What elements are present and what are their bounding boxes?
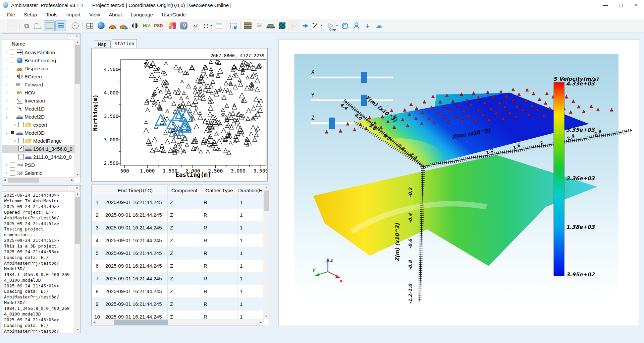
menu-item-tools[interactable]: Tools [41, 11, 62, 18]
toolbar-hv-button[interactable] [141, 20, 152, 31]
tree-item-psd[interactable]: >PSD [2, 161, 75, 169]
table-row[interactable]: 32025-09-01 16:21:44.245ZR1 [92, 221, 269, 234]
toolbar-cloud-button[interactable] [374, 20, 384, 31]
scroll-up-icon[interactable]: ▲ [75, 191, 80, 197]
toolbar-stop-button[interactable] [339, 20, 350, 31]
menu-item-language[interactable]: Language [126, 11, 157, 18]
menu-item-userguide[interactable]: UserGuide [157, 11, 190, 18]
minimize-icon[interactable]: — [598, 0, 613, 10]
close-panel-icon[interactable]: ✕ [74, 34, 80, 39]
table-row[interactable]: 92025-09-01 16:21:44.245ZR1 [92, 298, 269, 311]
tree-item-hov[interactable]: >HOV [2, 88, 75, 96]
scroll-up-icon[interactable]: ▲ [75, 40, 80, 45]
scroll-down-icon[interactable]: ▼ [75, 327, 80, 333]
expander-icon[interactable]: > [4, 74, 9, 78]
model3d-viewport[interactable]: X Y Z 4.44.03.63.22.82.41.21.622.42 [279, 40, 639, 326]
checkbox-unchecked[interactable] [10, 50, 15, 55]
expander-icon[interactable]: > [13, 123, 18, 127]
toolbar-open-button[interactable] [33, 20, 43, 31]
toolbar-back-button[interactable] [288, 20, 299, 31]
checkbox-unchecked[interactable] [10, 58, 15, 63]
tree-item-modelrange[interactable]: >ModelRange [2, 137, 75, 145]
tree-item-2111-0-3442-0-0[interactable]: 2111.0_3442.0_0 [2, 153, 75, 161]
toolbar-blank-button[interactable] [7, 20, 17, 31]
tree-item-dispersion[interactable]: >Dispersion [2, 64, 75, 72]
checkbox-partial[interactable] [10, 130, 15, 135]
checkbox-unchecked[interactable] [10, 82, 15, 87]
expander-icon[interactable]: ∨ [4, 115, 9, 119]
checkbox-unchecked[interactable] [10, 90, 15, 95]
chevron-down-icon[interactable]: ▼ [320, 24, 323, 27]
table-row[interactable]: 42025-09-01 16:21:44.245ZR1 [92, 234, 269, 247]
tree-item-seismic[interactable]: >Seismic [2, 169, 75, 177]
table-row[interactable]: 22025-09-01 16:21:44.245ZR1 [92, 209, 269, 221]
menu-item-view[interactable]: View [85, 11, 104, 18]
tree-item-inversion[interactable]: >Inversion [2, 96, 75, 105]
toolbar-layout-button[interactable] [84, 20, 95, 31]
scroll-right-icon[interactable]: ▶ [258, 319, 263, 325]
table-row[interactable]: 62025-09-01 16:21:44.245ZR1 [92, 260, 269, 272]
scroll-up-icon[interactable]: ▲ [263, 185, 269, 190]
toolbar-dots-button[interactable]: ▼ [201, 20, 213, 31]
close-panel-icon[interactable]: ✕ [74, 186, 80, 191]
table-row[interactable]: 82025-09-01 16:21:44.245ZR1 [92, 285, 269, 298]
table-row[interactable]: 12025-09-01 16:21:44.245ZR1 [92, 196, 269, 209]
expander-icon[interactable]: > [4, 171, 9, 175]
toolbar-select-button[interactable] [228, 20, 239, 31]
tab-map[interactable]: Map [94, 41, 111, 48]
tree-item-forward[interactable]: >Forward [2, 80, 75, 88]
tree-item-model1d[interactable]: >Model1D [2, 105, 75, 113]
expander-icon[interactable]: > [4, 98, 9, 102]
tree-item-model2d[interactable]: ∨Model2D [2, 113, 75, 121]
table-row[interactable]: 72025-09-01 16:21:44.245ZR1 [92, 272, 269, 285]
expander-icon[interactable]: > [13, 139, 18, 143]
expander-icon[interactable]: > [4, 90, 9, 94]
expander-icon[interactable]: > [4, 50, 9, 54]
maximize-icon[interactable]: ▢ [613, 0, 629, 10]
tree-item-1984-1-3456-8-0[interactable]: 1984.1_3456.8_0 [2, 145, 75, 153]
scroll-right-icon[interactable]: ▶ [69, 178, 75, 183]
toolbar-export-button[interactable] [21, 20, 32, 31]
checkbox-unchecked[interactable] [18, 122, 24, 127]
checkbox-unchecked[interactable] [10, 106, 15, 111]
scroll-down-icon[interactable]: ▼ [263, 314, 269, 319]
toolbar-wave-button[interactable] [190, 20, 201, 31]
scroll-left-icon[interactable]: ◀ [2, 178, 7, 183]
checkbox-checked[interactable] [18, 146, 24, 151]
station-map-panel[interactable]: 4,5004,0003,5003,0002,5005001,0001,5002,… [91, 48, 268, 182]
table-horizontal-scrollbar[interactable]: ◀ ▶ [92, 319, 263, 326]
close-icon[interactable]: ✕ [629, 0, 644, 10]
expander-icon[interactable]: > [4, 66, 9, 70]
toolbar-image-button[interactable] [44, 20, 55, 31]
tree-item-export[interactable]: >export [2, 121, 75, 129]
menu-item-file[interactable]: File [3, 11, 19, 18]
tab-station[interactable]: Station [112, 39, 137, 48]
tree-item-egreen[interactable]: >EGreen [2, 72, 75, 80]
toolbar-graylayers-button[interactable] [254, 20, 265, 31]
toolbar-wavecircle-button[interactable] [70, 20, 80, 31]
float-panel-icon[interactable]: ▫ [67, 186, 73, 191]
checkbox-unchecked[interactable] [18, 138, 24, 143]
toolbar-rainbow-button[interactable] [107, 20, 118, 31]
z-slider-handle[interactable] [329, 118, 334, 129]
station-map-plot[interactable]: 4,5004,0003,5003,0002,5005001,0001,5002,… [92, 48, 267, 181]
checkbox-unchecked[interactable] [10, 162, 15, 167]
x-slider-track[interactable] [311, 77, 393, 78]
tree-item-arraypartition[interactable]: >ArrayPartition [2, 48, 75, 56]
expander-icon[interactable]: > [4, 58, 9, 62]
expander-icon[interactable]: ∨ [4, 131, 9, 135]
tree-horizontal-scrollbar[interactable]: ◀ ▶ [2, 177, 75, 183]
toolbar-rainbow2-button[interactable] [118, 20, 129, 31]
menu-item-import[interactable]: Import [62, 11, 85, 18]
toolbar-play-button[interactable]: Disp▼ [327, 20, 339, 31]
expander-icon[interactable]: > [4, 107, 9, 111]
chevron-down-icon[interactable]: ▼ [336, 24, 338, 27]
y-slider-handle[interactable] [361, 95, 367, 106]
checkbox-unchecked[interactable] [18, 154, 24, 159]
toolbar-colorlayers-button[interactable] [265, 20, 276, 31]
tree-item-beamforming[interactable]: >BeamForming [2, 56, 75, 64]
toolbar-colorgrid-button[interactable] [167, 20, 178, 31]
toolbar-linepick-button[interactable]: ▼ [311, 20, 323, 31]
table-vertical-scrollbar[interactable]: ▲ ▼ [263, 185, 269, 319]
log-vertical-scrollbar[interactable]: ▲ ▼ [74, 191, 80, 333]
